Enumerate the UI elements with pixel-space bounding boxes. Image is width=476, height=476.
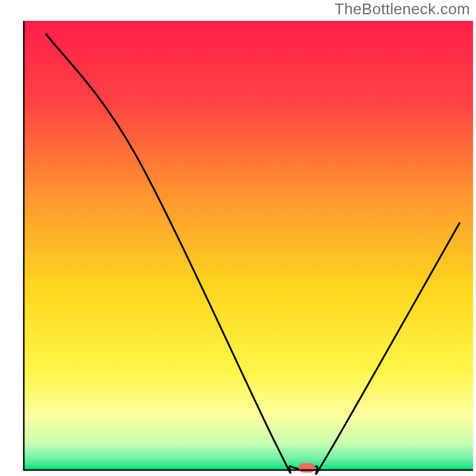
- optimum-marker: [299, 463, 315, 472]
- chart-stage: TheBottleneck.com: [0, 0, 476, 476]
- bottleneck-chart: [0, 0, 476, 476]
- watermark-text: TheBottleneck.com: [334, 0, 470, 18]
